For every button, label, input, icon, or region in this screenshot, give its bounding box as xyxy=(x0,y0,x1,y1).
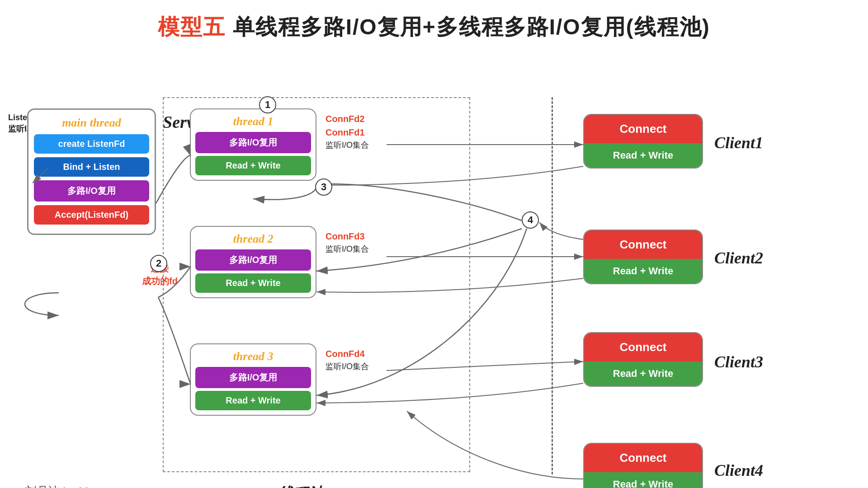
client4-label: Client4 xyxy=(714,461,763,480)
accept-btn: Accept(ListenFd) xyxy=(34,205,149,225)
svg-line-5 xyxy=(387,361,583,371)
client1-box: Connect Read + Write xyxy=(583,114,703,169)
connfd-3-label: ConnFd4 监听I/O集合 xyxy=(326,347,369,373)
title-highlight: 模型五 xyxy=(158,15,226,39)
client2-rw: Read + Write xyxy=(584,259,702,283)
client1-label: Client1 xyxy=(714,133,763,152)
create-listenfd-btn: create ListenFd xyxy=(34,134,149,154)
thread-2-box: thread 2 多路I/O复用 Read + Write xyxy=(190,226,316,298)
client3-label: Client3 xyxy=(714,352,763,371)
connfd-1-label: ConnFd2 ConnFd1 监听I/O集合 xyxy=(326,112,369,151)
client4-box: Connect Read + Write xyxy=(583,443,703,488)
thread-1-title: thread 1 xyxy=(195,115,311,128)
client2-connect: Connect xyxy=(584,230,702,259)
thread-1-multiplex: 多路I/O复用 xyxy=(195,132,311,153)
client1-connect: Connect xyxy=(584,115,702,143)
client3-connect: Connect xyxy=(584,333,702,361)
circle-3: 3 xyxy=(315,178,332,196)
thread-2-rw: Read + Write xyxy=(195,273,311,293)
mt-multiplex-btn: 多路I/O复用 xyxy=(34,180,149,202)
thread-3-title: thread 3 xyxy=(195,350,311,363)
diagram-area: ListenFd 监听I/O集合 main thread create List… xyxy=(0,45,868,479)
bind-listen-btn: Bind + Listen xyxy=(34,157,149,177)
client3-box: Connect Read + Write xyxy=(583,332,703,387)
thread-1-rw: Read + Write xyxy=(195,156,311,175)
client3-rw: Read + Write xyxy=(584,361,702,386)
circle-2: 2 xyxy=(150,255,167,272)
page-title: 模型五 单线程多路I/O复用+多线程多路I/O复用(线程池) xyxy=(0,0,868,42)
client2-box: Connect Read + Write xyxy=(583,230,703,284)
thread-1-box: thread 1 多路I/O复用 Read + Write xyxy=(190,108,316,181)
circle-1: 1 xyxy=(259,96,276,113)
thread-pool-label: Thread Pool 线程池 xyxy=(194,483,323,488)
thread-2-title: thread 2 xyxy=(195,232,311,246)
main-thread-label: main thread xyxy=(34,116,149,130)
client4-connect: Connect xyxy=(584,444,702,472)
circle-4: 4 xyxy=(522,211,539,229)
client2-label: Client2 xyxy=(714,249,763,267)
client1-rw: Read + Write xyxy=(584,143,702,168)
thread-3-multiplex: 多路I/O复用 xyxy=(195,367,311,388)
client4-rw: Read + Write xyxy=(584,472,702,488)
thread-2-multiplex: 多路I/O复用 xyxy=(195,249,311,271)
thread-3-box: thread 3 多路I/O复用 Read + Write xyxy=(190,343,316,416)
connfd-2-label: ConnFd3 监听I/O集合 xyxy=(326,230,369,255)
watermark: 刘丹冰Aceld xyxy=(25,483,88,488)
title-rest: 单线程多路I/O复用+多线程多路I/O复用(线程池) xyxy=(226,15,710,39)
dashed-separator xyxy=(552,97,553,474)
main-thread-box: main thread create ListenFd Bind + Liste… xyxy=(27,108,156,235)
thread-3-rw: Read + Write xyxy=(195,391,311,410)
